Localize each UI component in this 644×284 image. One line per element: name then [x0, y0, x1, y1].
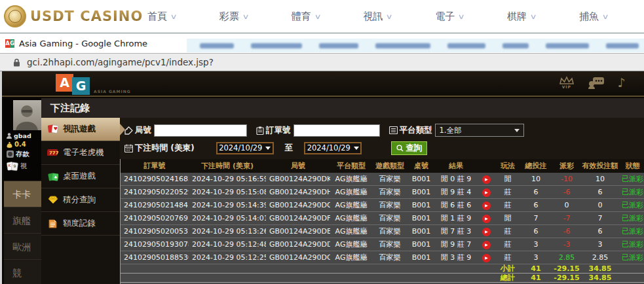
cell-result: 閒 9 莊 4: [435, 187, 477, 197]
nav-item-sports[interactable]: 體育∨: [292, 10, 320, 23]
sidebar-item-credit-records[interactable]: 額度記錄: [41, 212, 120, 236]
platform-type-select[interactable]: 1.全部: [435, 124, 524, 137]
replay-icon[interactable]: ▶: [482, 202, 491, 210]
table-row: 241029050241683 2024-10-29 05:16:59 GB00…: [121, 173, 644, 186]
site-logo[interactable]: USDT CASINO: [4, 5, 143, 27]
sidebar-item-points-query[interactable]: 積分查詢: [41, 188, 120, 212]
cell-platform: AG旗艦廳: [330, 187, 372, 197]
chrome-urlbar[interactable]: gci.2hhapi.com/agingame/pcv1/index.jsp?: [0, 53, 644, 71]
chevron-down-icon: ∨: [458, 12, 465, 21]
cell-game-type: 百家樂: [372, 187, 407, 197]
username: gbad: [14, 132, 31, 139]
replay-icon[interactable]: ▶: [482, 188, 491, 197]
cell-payout: -6: [552, 227, 582, 236]
cell-status: 已派彩: [618, 200, 644, 210]
replay-icon[interactable]: ▶: [482, 215, 491, 223]
cell-platform: AG旗艦廳: [330, 174, 372, 184]
cell-play-type: 閒: [495, 213, 520, 223]
replay-icon[interactable]: ▶: [482, 254, 491, 262]
clipboard-icon: [256, 126, 264, 135]
sidebar-item-table-games[interactable]: ♣ 桌面遊戲: [41, 165, 120, 188]
cell-round-no: GB00124A290DD: [266, 240, 330, 249]
cell-valid-bet: 6: [582, 188, 618, 196]
cell-round-no: GB00124A290DH: [266, 188, 330, 196]
replay-icon[interactable]: ▶: [482, 228, 491, 236]
nav-item-slots[interactable]: 電子∨: [435, 10, 464, 23]
vip-label: VIP: [562, 85, 571, 89]
nav-label: 彩票: [219, 10, 239, 23]
ag-logo-a: A: [56, 74, 73, 92]
cell-round-no: GB00124A290DE: [266, 227, 330, 236]
table-header: 訂單號 下注時間 (美東) 局號 平台類型 遊戲類型 桌號 結果 玩法 總: [121, 159, 644, 173]
table-row: 241029050200531 2024-10-29 05:13:26 GB00…: [121, 225, 644, 238]
cell-result: 閒 6 莊 6: [435, 200, 477, 210]
window-title: Asia Gaming - Google Chrome: [19, 39, 147, 48]
cell-total-bet: 6: [520, 188, 552, 196]
sidebar-item-slots[interactable]: 777 電子老虎機: [41, 141, 120, 165]
bet-records-panel: 下注記錄 ♥ 視訊遊戲 777 電子老虎機: [41, 98, 644, 284]
cell-bet-time: 2024-10-29 05:14:01: [189, 214, 266, 222]
cell-round-no: GB00124A290DG: [266, 201, 330, 209]
balance-value: 0.4: [14, 141, 26, 148]
search-icon: [396, 145, 404, 152]
nav-item-cards[interactable]: 棋牌∨: [507, 10, 536, 23]
user-panel: gbad 0.4 存款 K9 視 卡卡: [4, 98, 41, 284]
calendar-icon: [124, 144, 133, 152]
nav-item-home[interactable]: 首頁∨: [147, 10, 176, 23]
order-no-input[interactable]: [294, 124, 380, 137]
nav-item-fishing[interactable]: 捕魚∨: [579, 10, 608, 23]
nav-item-lottery[interactable]: 彩票∨: [219, 10, 248, 23]
document-icon: [47, 219, 58, 229]
date-from-value: 2024/10/29: [219, 143, 262, 152]
cell-platform: AG旗艦廳: [330, 240, 372, 249]
cell-order-no: 241029050214841: [121, 201, 189, 209]
date-from-select[interactable]: 2024/10/29: [216, 142, 274, 154]
ag-logo-subtext: ASIA GAMING: [94, 89, 131, 94]
table-row: 241029050193078 2024-10-29 05:12:48 GB00…: [121, 238, 644, 251]
chevron-down-icon: ∨: [242, 12, 249, 21]
vip-button[interactable]: VIP: [559, 76, 575, 89]
cell-platform: AG旗艦廳: [330, 200, 372, 210]
cell-order-no: 241029050241683: [121, 175, 189, 183]
search-button[interactable]: 查詢: [391, 141, 427, 155]
slot-777-icon: 777: [47, 148, 58, 158]
cell-play-type: 莊: [495, 240, 520, 249]
cell-payout: -6: [552, 188, 582, 196]
round-no-label: 局號: [135, 125, 151, 136]
deposit-row[interactable]: 存款: [4, 149, 41, 160]
cell-bet-time: 2024-10-29 05:12:25: [189, 253, 266, 262]
cell-result: 閒 3 莊 9: [435, 253, 477, 262]
dropdown-arrow-icon: [514, 129, 520, 132]
dropdown-arrow-icon: [265, 147, 271, 150]
music-icon[interactable]: ♪: [618, 75, 626, 90]
hall-tab[interactable]: 歐洲: [4, 233, 41, 259]
date-to-select[interactable]: 2024/10/29: [304, 142, 362, 154]
list-icon: [389, 126, 398, 134]
cell-result: 閒 9 莊 7: [435, 240, 477, 249]
sidebar-item-live-games[interactable]: ♥ 視訊遊戲: [41, 118, 120, 141]
chat-icon[interactable]: [588, 76, 605, 89]
round-no-input[interactable]: [154, 124, 247, 137]
cell-status: 已派彩: [618, 187, 644, 197]
subtotal-label: 小計: [495, 264, 520, 273]
hall-tab[interactable]: 旗艦: [4, 207, 41, 233]
cell-payout: -10: [552, 175, 582, 183]
hall-tab[interactable]: 卡卡: [4, 181, 41, 207]
replay-icon[interactable]: ▶: [482, 241, 491, 249]
cell-valid-bet: 7: [582, 214, 618, 222]
avatar: [13, 100, 41, 130]
col-header: 總投注: [520, 161, 552, 171]
cell-play-type: 閒: [495, 174, 520, 184]
records-content: 局號 訂單號 平台類型 1.全部: [120, 118, 644, 284]
cards-icon: K9: [7, 162, 18, 171]
bet-time-label: 下注時間 (美東): [135, 143, 195, 154]
cell-status: 已派彩: [618, 174, 644, 184]
ag-logo-g: G: [72, 77, 90, 95]
hall-tab[interactable]: 競: [4, 259, 41, 284]
total-row: 總計 41 -29.15 34.85: [121, 274, 644, 283]
cell-table-no: B001: [407, 240, 435, 249]
replay-icon[interactable]: ▶: [482, 175, 491, 184]
nav-label: 捕魚: [579, 10, 599, 23]
nav-item-live[interactable]: 視訊∨: [363, 10, 392, 23]
cell-game-type: 百家樂: [372, 253, 407, 262]
